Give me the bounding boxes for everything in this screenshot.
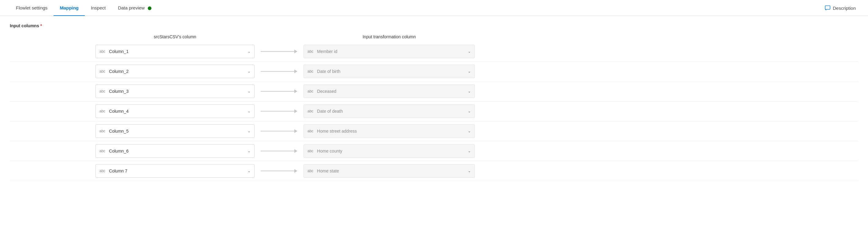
target-dropdown-0[interactable]: abc Member id ⌄	[304, 45, 475, 58]
source-dropdown-5[interactable]: abc Column_6 ⌄	[95, 144, 254, 158]
nav-flowlet-settings[interactable]: Flowlet settings	[10, 0, 54, 15]
input-columns-label: Input columns *	[10, 23, 858, 28]
source-value-1: Column_2	[109, 69, 245, 74]
chevron-down-icon: ⌄	[248, 129, 251, 133]
target-dropdown-3[interactable]: abc Date of death ⌄	[304, 104, 475, 118]
table-row: abc Column_5 ⌄ abc Home street address ⌄	[10, 121, 858, 141]
type-label: abc	[99, 169, 105, 173]
chevron-down-icon: ⌄	[468, 149, 471, 153]
source-dropdown-2[interactable]: abc Column_3 ⌄	[95, 84, 254, 98]
column-headers: srcStarsCSV's column Input transformatio…	[10, 34, 858, 39]
arrow-6	[254, 169, 304, 173]
chevron-down-icon: ⌄	[468, 89, 471, 93]
target-value-0: Member id	[317, 49, 465, 54]
chevron-down-icon: ⌄	[468, 169, 471, 173]
type-label: abc	[99, 149, 105, 153]
type-label: abc	[99, 89, 105, 93]
type-label: abc	[308, 69, 313, 74]
arrow-0	[254, 50, 304, 53]
source-dropdown-0[interactable]: abc Column_1 ⌄	[95, 45, 254, 58]
type-label: abc	[99, 49, 105, 54]
chevron-down-icon: ⌄	[468, 69, 471, 74]
table-row: abc Column_2 ⌄ abc Date of birth ⌄	[10, 61, 858, 81]
arrow-3	[254, 109, 304, 113]
table-row: abc Column_3 ⌄ abc Deceased ⌄	[10, 81, 858, 101]
source-value-4: Column_5	[109, 129, 245, 134]
arrow-5	[254, 149, 304, 153]
type-label: abc	[308, 109, 313, 113]
type-label: abc	[308, 89, 313, 93]
type-label: abc	[308, 149, 313, 153]
target-value-5: Home county	[317, 149, 465, 154]
chevron-down-icon: ⌄	[248, 109, 251, 113]
required-indicator: *	[40, 23, 42, 28]
source-dropdown-4[interactable]: abc Column_5 ⌄	[95, 124, 254, 138]
chevron-down-icon: ⌄	[248, 89, 251, 93]
type-label: abc	[99, 109, 105, 113]
source-value-2: Column_3	[109, 89, 245, 94]
mapping-rows: abc Column_1 ⌄ abc Member id ⌄ abc Colu	[10, 42, 858, 181]
table-row: abc Column_4 ⌄ abc Date of death ⌄	[10, 101, 858, 121]
source-dropdown-3[interactable]: abc Column_4 ⌄	[95, 104, 254, 118]
comment-icon	[825, 5, 830, 10]
arrow-1	[254, 70, 304, 73]
target-value-6: Home state	[317, 168, 465, 173]
table-row: abc Column 7 ⌄ abc Home state ⌄	[10, 161, 858, 181]
source-value-6: Column 7	[109, 168, 245, 173]
status-dot	[148, 6, 151, 10]
chevron-down-icon: ⌄	[248, 49, 251, 54]
source-value-3: Column_4	[109, 109, 245, 114]
chevron-down-icon: ⌄	[468, 109, 471, 113]
target-value-1: Date of birth	[317, 69, 465, 74]
target-dropdown-4[interactable]: abc Home street address ⌄	[304, 124, 475, 138]
chevron-down-icon: ⌄	[468, 49, 471, 54]
type-label: abc	[308, 49, 313, 54]
nav-data-preview[interactable]: Data preview	[112, 0, 158, 15]
nav-inspect[interactable]: Inspect	[85, 0, 112, 15]
type-label: abc	[308, 169, 313, 173]
svg-rect-0	[825, 6, 830, 9]
top-navigation: Flowlet settings Mapping Inspect Data pr…	[0, 0, 868, 16]
chevron-down-icon: ⌄	[468, 129, 471, 133]
nav-mapping[interactable]: Mapping	[54, 0, 85, 16]
description-button[interactable]: Description	[825, 5, 856, 10]
type-label: abc	[99, 69, 105, 74]
target-dropdown-5[interactable]: abc Home county ⌄	[304, 144, 475, 158]
target-dropdown-1[interactable]: abc Date of birth ⌄	[304, 65, 475, 78]
source-value-0: Column_1	[109, 49, 245, 54]
type-label: abc	[308, 129, 313, 133]
arrow-2	[254, 89, 304, 93]
type-label: abc	[99, 129, 105, 133]
source-column-header: srcStarsCSV's column	[95, 34, 254, 39]
target-value-4: Home street address	[317, 129, 465, 134]
main-content: Input columns * srcStarsCSV's column Inp…	[0, 16, 868, 188]
table-row: abc Column_6 ⌄ abc Home county ⌄	[10, 141, 858, 161]
target-column-header: Input transformation column	[304, 34, 475, 39]
chevron-down-icon: ⌄	[248, 69, 251, 74]
target-value-3: Date of death	[317, 109, 465, 114]
chevron-down-icon: ⌄	[248, 149, 251, 153]
target-value-2: Deceased	[317, 89, 465, 94]
chevron-down-icon: ⌄	[248, 169, 251, 173]
source-dropdown-1[interactable]: abc Column_2 ⌄	[95, 65, 254, 78]
table-row: abc Column_1 ⌄ abc Member id ⌄	[10, 42, 858, 61]
target-dropdown-6[interactable]: abc Home state ⌄	[304, 164, 475, 178]
source-value-5: Column_6	[109, 149, 245, 154]
arrow-4	[254, 129, 304, 133]
target-dropdown-2[interactable]: abc Deceased ⌄	[304, 84, 475, 98]
source-dropdown-6[interactable]: abc Column 7 ⌄	[95, 164, 254, 178]
